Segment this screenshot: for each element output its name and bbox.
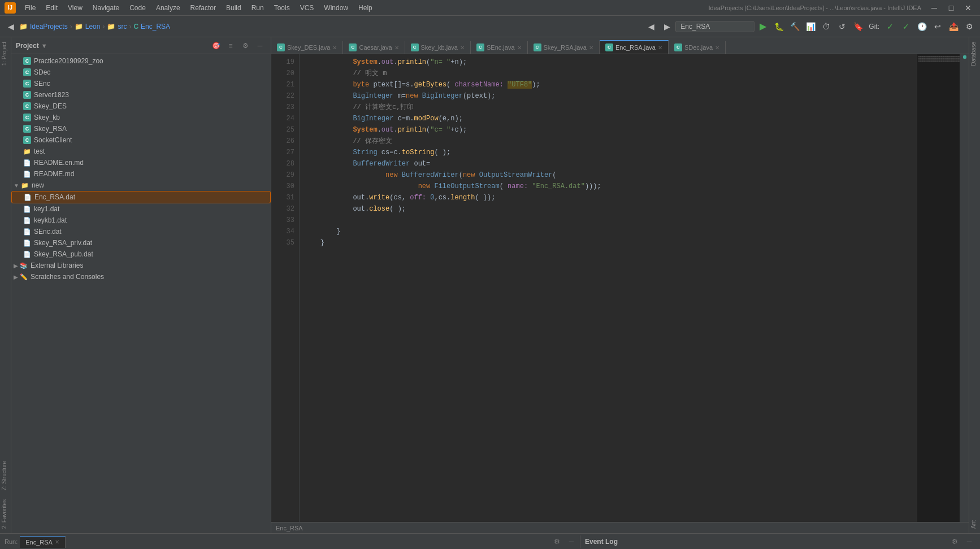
minimap[interactable]: ████████████████████████████████████████… [917, 54, 962, 522]
profile-btn[interactable]: ⏱ [819, 19, 834, 34]
minimize-btn[interactable]: ─ [927, 1, 942, 15]
run-minimize-btn[interactable]: ─ [565, 535, 578, 548]
tree-item-skey-rsa[interactable]: C Skey_RSA [11, 123, 271, 134]
close-tab-enc-rsa[interactable]: ✕ [658, 45, 662, 51]
tree-item-keykb1-dat[interactable]: 📄 keykb1.dat [11, 215, 271, 226]
ant-label[interactable]: Ant [969, 516, 980, 533]
menu-refactor[interactable]: Refactor [186, 3, 220, 13]
run-btn[interactable]: ▶ [756, 19, 770, 34]
git-history[interactable]: 🕐 [914, 19, 929, 34]
git-check1[interactable]: ✓ [883, 19, 897, 34]
git-rollback[interactable]: ↩ [930, 19, 945, 34]
maximize-btn[interactable]: □ [944, 1, 959, 15]
event-log-settings-btn[interactable]: ⚙ [948, 535, 961, 548]
git-check2[interactable]: ✓ [899, 19, 913, 34]
database-label[interactable]: Database [969, 37, 980, 71]
tree-item-readme-en[interactable]: 📄 README.en.md [11, 157, 271, 168]
tab-skey-rsa[interactable]: C Skey_RSA.java ✕ [528, 41, 600, 54]
run-tab-label: Enc_RSA [25, 539, 53, 546]
tab-senc[interactable]: C SEnc.java ✕ [471, 41, 528, 54]
menu-window[interactable]: Window [319, 3, 353, 13]
panel-settings-btn[interactable]: ⚙ [239, 40, 251, 52]
right-side-strip: Database Ant [969, 37, 980, 533]
tab-skey-kb[interactable]: C Skey_kb.java ✕ [405, 41, 471, 54]
close-tab-caesar[interactable]: ✕ [394, 45, 399, 51]
panel-locate-btn[interactable]: 🎯 [210, 40, 222, 52]
close-tab-skey-des[interactable]: ✕ [332, 45, 337, 51]
tree-item-enc-rsa-dat[interactable]: 📄 Enc_RSA.dat [11, 191, 271, 203]
tree-item-new-folder[interactable]: ▼ 📁 new [11, 180, 271, 191]
tree-item-sdec[interactable]: C SDec [11, 67, 271, 78]
window-title: IdeaProjects [C:\Users\Leon\IdeaProjects… [708, 5, 921, 11]
menu-analyze[interactable]: Analyze [151, 3, 185, 13]
panel-collapse-btn[interactable]: ≡ [224, 40, 237, 52]
toolbar-nav-fwd[interactable]: ▶ [660, 19, 674, 34]
menu-view[interactable]: View [63, 3, 87, 13]
tree-item-skey-rsa-pub[interactable]: 📄 Skey_RSA_pub.dat [11, 249, 271, 260]
code-content[interactable]: System.out.println("n= "+n); // 明文 m byt… [300, 54, 917, 522]
close-tab-senc[interactable]: ✕ [517, 45, 522, 51]
tree-item-practice[interactable]: C Practice20190929_zoo [11, 55, 271, 67]
tree-item-scratches[interactable]: ▶ ✏️ Scratches and Consoles [11, 271, 271, 282]
menu-code[interactable]: Code [125, 3, 150, 13]
tab-skey-des[interactable]: C Skey_DES.java ✕ [271, 41, 343, 54]
menu-edit[interactable]: Edit [41, 3, 62, 13]
project-panel-title: Project [16, 42, 39, 50]
tree-item-server1823[interactable]: C Server1823 [11, 89, 271, 101]
tab-sdec[interactable]: C SDec.java ✕ [669, 41, 726, 54]
run-config-search[interactable] [675, 21, 754, 32]
tree-item-key1-dat[interactable]: 📄 key1.dat [11, 203, 271, 215]
menu-build[interactable]: Build [222, 3, 246, 13]
run-settings-btn[interactable]: ⚙ [550, 535, 563, 548]
tab-enc-rsa[interactable]: C Enc_RSA.java ✕ [600, 40, 669, 54]
project-panel-header: Project ▼ 🎯 ≡ ⚙ ─ [11, 37, 271, 54]
tree-item-skey-des[interactable]: C Skey_DES [11, 101, 271, 112]
tree-item-external-libraries[interactable]: ▶ 📚 External Libraries [11, 260, 271, 271]
breadcrumb-ideaprojects[interactable]: IdeaProjects [30, 23, 68, 30]
toolbar: ◀ 📁 IdeaProjects › 📁 Leon › 📁 src › C En… [0, 16, 980, 37]
file-tree: C Practice20190929_zoo C SDec C SEnc C S… [11, 54, 271, 533]
menu-tools[interactable]: Tools [270, 3, 294, 13]
menu-vcs[interactable]: VCS [296, 3, 319, 13]
close-btn[interactable]: ✕ [961, 1, 975, 15]
tree-item-readme[interactable]: 📄 README.md [11, 168, 271, 180]
menu-help[interactable]: Help [354, 3, 377, 13]
settings-btn[interactable]: ⚙ [962, 19, 977, 34]
menu-navigate[interactable]: Navigate [88, 3, 124, 13]
run-header: Run: Enc_RSA ✕ ⚙ ─ Event Log ⚙ ─ [0, 534, 980, 549]
breadcrumb-src[interactable]: src [118, 23, 127, 30]
tree-item-socketclient[interactable]: C SocketClient [11, 134, 271, 146]
back-btn[interactable]: ◀ [3, 19, 18, 34]
tree-item-senc[interactable]: C SEnc [11, 78, 271, 89]
sidebar-project-label[interactable]: 1: Project [0, 37, 11, 70]
sidebar-favorites-label[interactable]: 2: Favorites [0, 495, 11, 533]
panel-minimize-btn[interactable]: ─ [254, 40, 266, 52]
tab-caesar[interactable]: C Caesar.java ✕ [343, 41, 405, 54]
tree-item-skey-rsa-priv[interactable]: 📄 Skey_RSA_priv.dat [11, 237, 271, 249]
menu-bar: IJ File Edit View Navigate Code Analyze … [0, 0, 980, 16]
rerun-btn[interactable]: ↺ [835, 19, 849, 34]
run-with-coverage[interactable]: 📊 [803, 19, 818, 34]
sidebar-structure-label[interactable]: Z: Structure [0, 456, 11, 495]
tree-item-skey-kb[interactable]: C Skey_kb [11, 112, 271, 123]
vcs-push[interactable]: 📤 [946, 19, 961, 34]
close-tab-sdec[interactable]: ✕ [715, 45, 719, 51]
close-tab-skey-rsa[interactable]: ✕ [589, 45, 593, 51]
debug-btn[interactable]: 🐛 [771, 19, 786, 34]
close-tab-skey-kb[interactable]: ✕ [460, 45, 465, 51]
tree-item-senc-dat[interactable]: 📄 SEnc.dat [11, 226, 271, 237]
menu-run[interactable]: Run [247, 3, 268, 13]
editor-right-strip [962, 54, 969, 522]
code-editor: 1920212223242526272829303132333435 Syste… [271, 54, 969, 522]
event-log-minimize-btn[interactable]: ─ [963, 535, 975, 548]
tree-item-test[interactable]: 📁 test [11, 146, 271, 157]
close-run-tab[interactable]: ✕ [55, 539, 59, 545]
build-btn[interactable]: 🔨 [787, 19, 802, 34]
error-indicator [963, 55, 966, 59]
breadcrumb-enc-rsa[interactable]: Enc_RSA [141, 23, 170, 30]
toolbar-nav-back[interactable]: ◀ [644, 19, 658, 34]
bookmark-btn[interactable]: 🔖 [851, 19, 865, 34]
run-tab-enc-rsa[interactable]: Enc_RSA ✕ [20, 536, 66, 548]
menu-file[interactable]: File [20, 3, 40, 13]
breadcrumb-leon[interactable]: Leon [85, 23, 101, 30]
